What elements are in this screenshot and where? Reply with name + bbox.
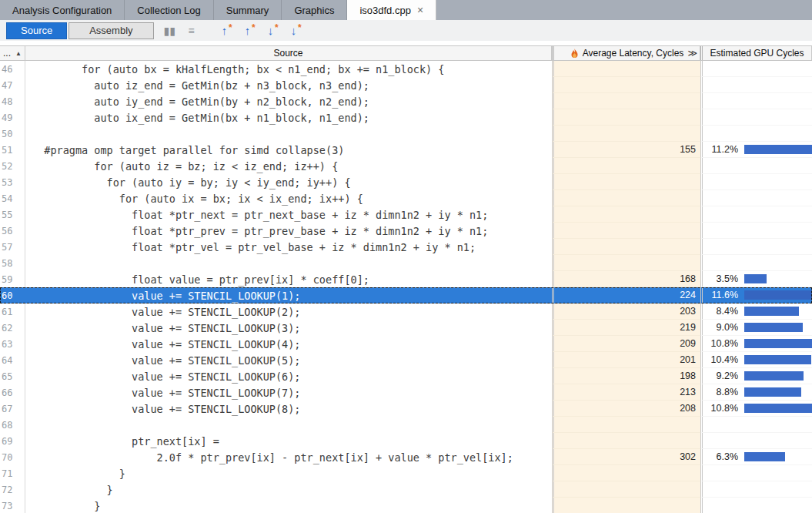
table-row[interactable]: 47 auto iz_end = GetMin(bz + n3_block, n… xyxy=(0,77,812,93)
source-code: float *ptr_vel = ptr_vel_base + iz * dim… xyxy=(25,239,552,255)
view-toolbar: Source Assembly ▮▮≡ ↑*↑*↓*↓* xyxy=(0,20,812,41)
tab-analysis-configuration[interactable]: Analysis Configuration xyxy=(0,0,125,20)
table-row[interactable]: 58 xyxy=(0,255,812,271)
table-row[interactable]: 49 auto ix_end = GetMin(bx + n1_block, n… xyxy=(0,109,812,126)
table-row[interactable]: 48 auto iy_end = GetMin(by + n2_block, n… xyxy=(0,93,812,109)
expand-columns-icon[interactable]: ≫ xyxy=(687,48,697,59)
profiler-window: Analysis ConfigurationCollection LogSumm… xyxy=(0,0,812,513)
stacked-layout-icon[interactable]: ≡ xyxy=(185,25,199,37)
table-row[interactable]: 65 value += STENCIL_LOOKUP(6);1989.2% xyxy=(0,368,812,384)
source-code: } xyxy=(25,498,552,513)
source-code: value += STENCIL_LOOKUP(7); xyxy=(25,384,552,401)
table-row[interactable]: 62 value += STENCIL_LOOKUP(3);2199.0% xyxy=(0,320,812,336)
table-row[interactable]: 56 float *ptr_prev = ptr_prev_base + iz … xyxy=(0,223,812,239)
line-number: 51 xyxy=(0,142,25,158)
table-row[interactable]: 68 xyxy=(0,417,812,433)
assembly-view-button[interactable]: Assembly xyxy=(69,22,153,39)
source-code: auto iy_end = GetMin(by + n2_block, n2_e… xyxy=(25,93,552,109)
latency-value xyxy=(552,206,700,223)
source-code: value += STENCIL_LOOKUP(3); xyxy=(25,320,552,336)
table-row[interactable]: 55 float *ptr_next = ptr_next_base + iz … xyxy=(0,206,812,223)
table-row[interactable]: 50 xyxy=(0,126,812,142)
source-code: } xyxy=(25,465,552,481)
tab-close-icon[interactable]: × xyxy=(417,5,423,15)
table-row[interactable]: 73 } xyxy=(0,498,812,513)
gpu-cycles-bar xyxy=(744,355,811,364)
line-number: 46 xyxy=(0,61,25,77)
line-number: 57 xyxy=(0,239,25,255)
table-row[interactable]: 51 #pragma omp target parallel for simd … xyxy=(0,142,812,158)
column-header-source[interactable]: Source xyxy=(25,46,552,60)
latency-value: 155 xyxy=(552,142,700,158)
gpu-cell xyxy=(700,465,812,481)
table-row[interactable]: 66 value += STENCIL_LOOKUP(7);2138.8% xyxy=(0,384,812,401)
gpu-percent: 6.3% xyxy=(703,451,738,462)
table-row[interactable]: 72 } xyxy=(0,481,812,498)
tab-collection-log[interactable]: Collection Log xyxy=(125,0,213,20)
table-row[interactable]: 64 value += STENCIL_LOOKUP(5);20110.4% xyxy=(0,352,812,368)
layout-toggle-group: ▮▮≡ xyxy=(163,25,199,37)
source-code: for (auto ix = bx; ix < ix_end; ix++) { xyxy=(25,190,552,206)
hotspot-navigation-group: ↑*↑*↓*↓* xyxy=(216,22,303,39)
latency-value xyxy=(552,481,700,498)
table-row[interactable]: 61 value += STENCIL_LOOKUP(2);2038.4% xyxy=(0,303,812,320)
gpu-cell xyxy=(700,190,812,206)
line-number: 55 xyxy=(0,206,25,223)
gpu-cell: 6.3% xyxy=(700,449,812,465)
latency-value xyxy=(552,190,700,206)
line-number: 59 xyxy=(0,271,25,287)
line-number: 53 xyxy=(0,174,25,190)
table-row[interactable]: 63 value += STENCIL_LOOKUP(4);20910.8% xyxy=(0,336,812,352)
line-number: 61 xyxy=(0,303,25,320)
column-header-latency[interactable]: Average Latency, Cycles ≫ xyxy=(552,46,700,60)
source-view-button[interactable]: Source xyxy=(6,22,67,39)
nav-star-glyph: * xyxy=(298,22,302,33)
table-row[interactable]: 57 float *ptr_vel = ptr_vel_base + iz * … xyxy=(0,239,812,255)
line-number: 70 xyxy=(0,449,25,465)
gpu-percent: 10.4% xyxy=(703,354,738,365)
gpu-cell xyxy=(700,93,812,109)
latency-value xyxy=(552,417,700,433)
tab-graphics[interactable]: Graphics xyxy=(282,0,347,20)
latency-value: 219 xyxy=(552,320,700,336)
table-row[interactable]: 52 for (auto iz = bz; iz < iz_end; iz++)… xyxy=(0,158,812,174)
line-number: 52 xyxy=(0,158,25,174)
table-row[interactable]: 60 value += STENCIL_LOOKUP(1);22411.6% xyxy=(0,287,812,303)
source-code: value += STENCIL_LOOKUP(1); xyxy=(25,287,552,303)
prev-hotspot-icon[interactable]: ↓* xyxy=(262,22,280,39)
table-row[interactable]: 59 float value = ptr_prev[ix] * coeff[0]… xyxy=(0,271,812,287)
nav-star-glyph: * xyxy=(229,22,232,33)
nav-arrow-glyph: ↓ xyxy=(268,24,274,37)
table-row[interactable]: 46 for (auto bx = kHalfLength; bx < n1_e… xyxy=(0,61,812,77)
next-max-latency-line-icon[interactable]: ↑* xyxy=(239,22,257,39)
latency-value: 198 xyxy=(552,368,700,384)
column-header-line[interactable]: ... ▲ xyxy=(0,46,25,60)
line-number: 49 xyxy=(0,109,25,126)
table-row[interactable]: 69 ptr_next[ix] = xyxy=(0,433,812,449)
source-code xyxy=(25,255,552,271)
gpu-percent: 3.5% xyxy=(703,273,738,284)
gpu-cell: 11.2% xyxy=(700,142,812,158)
tab-iso3dfd-cpp[interactable]: iso3dfd.cpp× xyxy=(347,0,436,20)
next-hotspot-icon[interactable]: ↓* xyxy=(285,22,303,39)
gpu-cell xyxy=(700,239,812,255)
table-row[interactable]: 53 for (auto iy = by; iy < iy_end; iy++)… xyxy=(0,174,812,190)
tab-summary[interactable]: Summary xyxy=(214,0,282,20)
line-number: 62 xyxy=(0,320,25,336)
table-row[interactable]: 70 2.0f * ptr_prev[ix] - ptr_next[ix] + … xyxy=(0,449,812,465)
gpu-cycles-bar xyxy=(744,290,812,300)
table-row[interactable]: 54 for (auto ix = bx; ix < ix_end; ix++)… xyxy=(0,190,812,206)
source-code: float *ptr_next = ptr_next_base + iz * d… xyxy=(25,206,552,223)
gpu-cell: 11.6% xyxy=(700,287,812,303)
table-row[interactable]: 67 value += STENCIL_LOOKUP(8);20810.8% xyxy=(0,401,812,417)
line-number: 68 xyxy=(0,417,25,433)
tab-label: Graphics xyxy=(294,5,334,16)
gpu-column-label: Estimated GPU Cycles xyxy=(710,48,804,59)
prev-max-latency-line-icon[interactable]: ↑* xyxy=(216,22,234,39)
side-by-side-layout-icon[interactable]: ▮▮ xyxy=(163,25,177,37)
table-row[interactable]: 71 } xyxy=(0,465,812,481)
source-grid: 46 for (auto bx = kHalfLength; bx < n1_e… xyxy=(0,61,812,513)
column-header-gpu[interactable]: Estimated GPU Cycles xyxy=(700,46,812,60)
tab-label: iso3dfd.cpp xyxy=(359,5,411,16)
line-number: 47 xyxy=(0,77,25,93)
